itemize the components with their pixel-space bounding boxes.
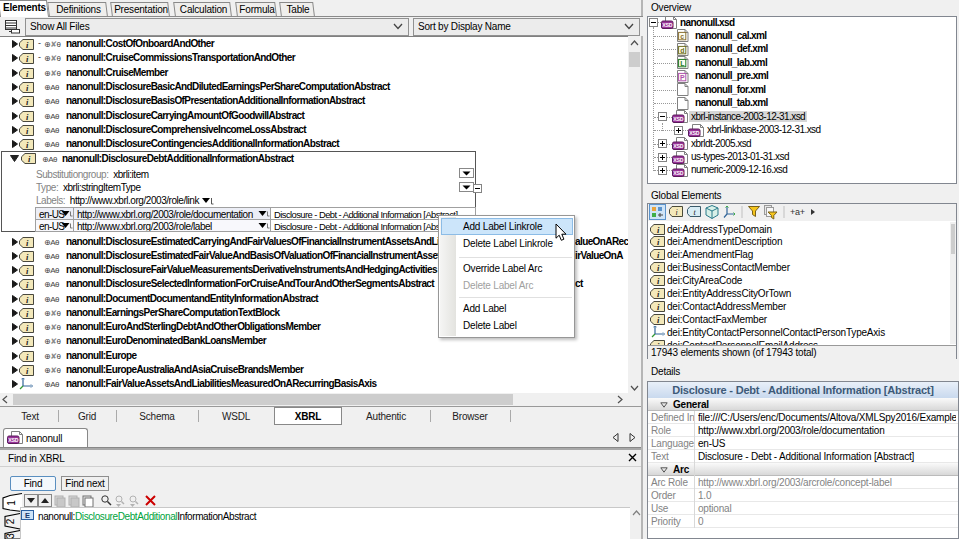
- svg-text:XSD: XSD: [689, 129, 700, 135]
- svg-text:XSD: XSD: [673, 116, 684, 122]
- svg-text:P: P: [680, 74, 685, 81]
- svg-text:XSD: XSD: [673, 143, 684, 149]
- svg-text:E: E: [25, 511, 30, 520]
- svg-text:2: 2: [5, 518, 16, 524]
- svg-text:XSD: XSD: [8, 437, 19, 443]
- svg-text:3: 3: [5, 533, 16, 539]
- svg-text:XSD: XSD: [662, 22, 673, 28]
- svg-text:c: c: [680, 33, 684, 40]
- svg-text:d: d: [680, 47, 684, 54]
- svg-text:+a+: +a+: [790, 207, 805, 217]
- svg-text:XSD: XSD: [673, 156, 684, 162]
- svg-text:XSD: XSD: [673, 170, 684, 176]
- svg-text:i: i: [675, 208, 677, 217]
- svg-text:1: 1: [6, 500, 17, 506]
